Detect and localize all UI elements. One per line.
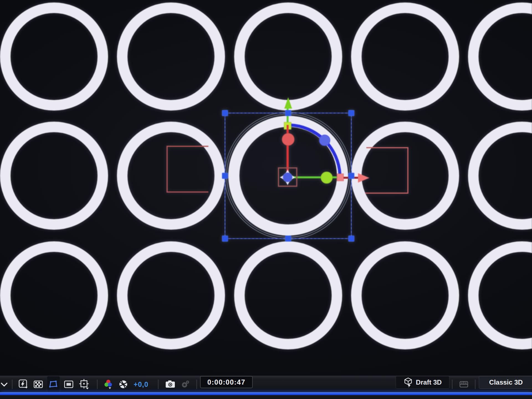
checkerboard-icon [33, 379, 44, 390]
selection-handle[interactable] [285, 236, 291, 242]
selection-handle[interactable] [285, 110, 291, 116]
toolbar-divider [12, 380, 12, 389]
rectangle-path[interactable] [167, 146, 208, 192]
take-snapshot-button[interactable] [164, 376, 177, 393]
grid-guides-icon [79, 378, 90, 390]
ground-plane-icon [458, 379, 469, 389]
region-of-interest-icon [63, 379, 74, 390]
toolbar-divider [97, 380, 98, 389]
toolbar-divider [452, 380, 452, 389]
circle-shape[interactable] [239, 8, 337, 105]
transparency-grid-button[interactable] [32, 376, 44, 393]
rgb-channels-icon [103, 378, 114, 390]
circle-shape[interactable] [5, 247, 103, 344]
grid-and-guides-button[interactable] [78, 376, 91, 393]
mask-path-icon [48, 379, 59, 390]
composition-toolbar: +0,0 0:00:00:47 [0, 376, 532, 393]
selection-handle[interactable] [222, 173, 228, 179]
chevron-down-icon[interactable] [0, 376, 8, 393]
draft-3d-label: Draft 3D [416, 378, 442, 386]
channel-color-management-button[interactable] [102, 376, 115, 393]
current-time-field[interactable]: 0:00:00:47 [200, 376, 253, 388]
circle-shape[interactable] [356, 247, 454, 344]
composition-canvas[interactable] [0, 0, 532, 376]
x-rotation-line [287, 125, 289, 131]
circle-shape[interactable] [5, 8, 103, 105]
composition-viewer[interactable] [0, 0, 532, 376]
toolbar-divider [475, 380, 475, 389]
selection-handle[interactable] [222, 110, 228, 116]
show-snapshot-button[interactable] [180, 376, 192, 393]
rectangle-path[interactable] [365, 148, 408, 193]
draft-3d-button[interactable]: Draft 3D [396, 376, 449, 389]
circle-shape[interactable] [473, 8, 532, 105]
exposure-value[interactable]: +0,0 [130, 376, 152, 393]
selection-handle[interactable] [349, 110, 354, 116]
renderer-dropdown[interactable]: Classic 3D [479, 376, 532, 389]
circle-shape[interactable] [122, 127, 220, 224]
z-rotation-arc[interactable] [290, 125, 340, 175]
aperture-icon [118, 379, 129, 390]
after-effects-composition-panel: +0,0 0:00:00:47 [0, 0, 532, 399]
ground-plane-button[interactable] [457, 376, 470, 393]
circle-shape[interactable] [122, 8, 220, 105]
x-scale-handle[interactable] [337, 174, 344, 181]
x-position-arrow[interactable] [358, 173, 369, 183]
bottom-strip [0, 395, 532, 399]
circle-shape[interactable] [5, 127, 103, 224]
selection-handle[interactable] [222, 236, 228, 242]
show-snapshot-icon [180, 379, 191, 390]
panel-accent-line [0, 392, 532, 395]
classic-3d-label: Classic 3D [489, 378, 523, 386]
lightning-icon [18, 379, 29, 390]
fast-previews-button[interactable] [17, 376, 29, 393]
selection-handle[interactable] [349, 236, 354, 242]
circle-shape[interactable] [356, 127, 454, 224]
circle-shape[interactable] [473, 247, 532, 344]
camera-icon [165, 379, 176, 390]
y-rotation-ball[interactable] [321, 172, 332, 183]
draft-3d-cube-icon [403, 377, 413, 388]
toolbar-divider [158, 380, 158, 389]
toolbar-divider [196, 380, 197, 389]
circle-shape[interactable] [473, 127, 532, 224]
circle-shape[interactable] [122, 247, 220, 344]
region-of-interest-button[interactable] [63, 376, 75, 393]
circle-shape[interactable] [239, 247, 337, 344]
x-rotation-ball[interactable] [282, 133, 294, 145]
z-rotation-ball[interactable] [319, 135, 330, 146]
gizmo-center-handle[interactable] [283, 173, 292, 182]
reset-exposure-button[interactable] [117, 376, 129, 393]
selection-handle[interactable] [349, 173, 354, 179]
mask-shape-path-visibility-button[interactable] [47, 376, 60, 393]
circle-shape[interactable] [356, 8, 454, 105]
